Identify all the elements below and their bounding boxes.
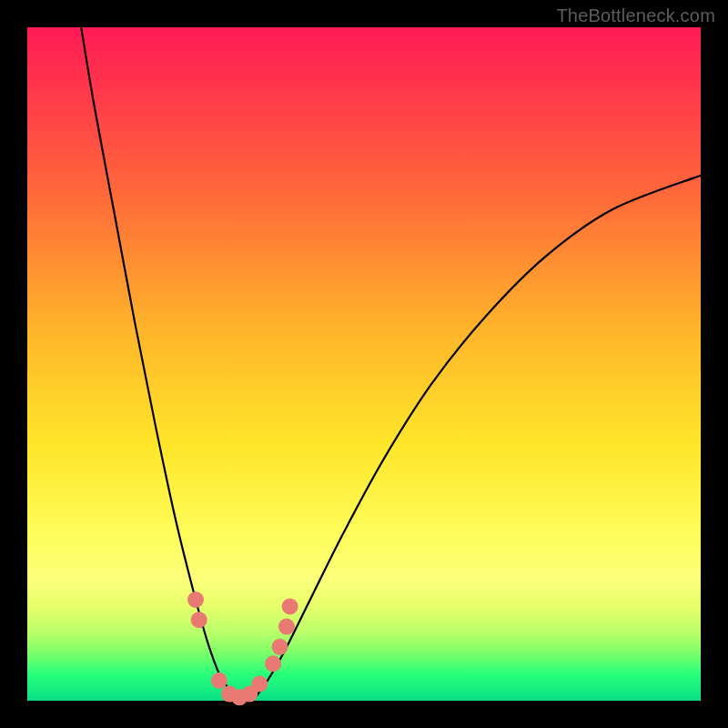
marker-group [187, 592, 298, 705]
data-marker [272, 639, 288, 655]
data-marker [282, 598, 298, 614]
data-marker [251, 676, 268, 693]
bottleneck-curve [81, 27, 701, 701]
data-marker [187, 592, 204, 608]
data-marker [191, 612, 207, 628]
watermark-text: TheBottleneck.com [556, 5, 715, 26]
curve-svg [27, 27, 701, 701]
chart-canvas: TheBottleneck.com [0, 0, 728, 728]
plot-area [27, 27, 701, 701]
data-marker [211, 672, 228, 689]
data-marker [278, 619, 295, 635]
data-marker [265, 655, 281, 672]
